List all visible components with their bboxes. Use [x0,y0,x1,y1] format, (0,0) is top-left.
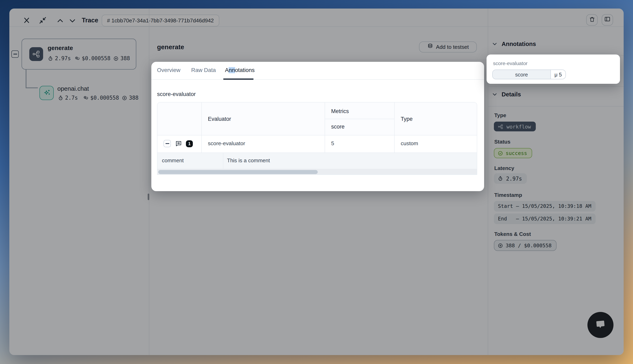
tabs-divider [151,79,484,80]
tab-annotations-text: A [225,67,229,73]
comment-label: comment [162,157,184,164]
cell-score: 5 [331,140,334,147]
annotation-table: Evaluator Metrics score Type [157,102,477,175]
comment-value: This is a comment [227,157,270,164]
active-tab-underline [223,78,254,80]
annotation-score-card: score-evaluator score μ 5 [486,54,620,84]
grid-line [394,102,394,152]
comment-count: 1 [188,140,190,147]
table-header [158,102,477,135]
comment-icon [175,142,182,148]
tab-annotations-selected-text: nn [229,67,235,73]
evaluator-section-title: score-evaluator [157,91,196,98]
column-header-evaluator: Evaluator [208,116,231,123]
tab-raw-data[interactable]: Raw Data [191,67,216,74]
trace-window: Trace # 1cbb70e7-34a1-7bb7-3498-771b7d46… [9,8,624,355]
annotation-evaluator-name: score-evaluator [493,60,528,67]
metric-mean-value: μ 5 [551,70,566,79]
column-header-type: Type [401,116,413,123]
screen: Trace # 1cbb70e7-34a1-7bb7-3498-771b7d46… [0,0,633,364]
table-hscrollbar-thumb[interactable] [158,170,318,174]
header-bottom-line [158,135,477,136]
tab-overview[interactable]: Overview [157,67,180,74]
grid-line [201,102,202,152]
minus-icon [165,143,169,144]
span-detail-card: Overview Raw Data Annotations score-eval… [151,62,484,191]
comment-row [158,152,477,169]
cell-type: custom [401,140,418,147]
tab-annotations[interactable]: Annotations [225,67,255,74]
row-comment-button[interactable] [175,140,182,147]
tab-annotations-text-tail: otations [235,67,255,73]
metrics-split-line [325,119,394,119]
grid-line [325,102,325,152]
row-collapse-button[interactable] [164,140,171,147]
cell-evaluator: score-evaluator [208,140,245,147]
column-header-metrics: Metrics [331,108,349,115]
comment-count-badge: 1 [186,140,193,147]
metric-name-segment: score [493,70,551,79]
column-subheader-score: score [331,123,344,130]
annotation-metric-pill[interactable]: score μ 5 [492,70,566,79]
comment-row-divider [223,152,223,169]
